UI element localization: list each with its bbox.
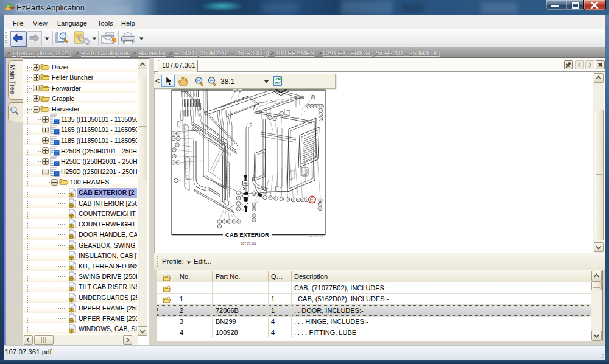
svg-text:LINE-W 01/21/18: LINE-W 01/21/18 xyxy=(308,236,323,238)
svg-text:107.07.361: 107.07.361 xyxy=(241,242,256,245)
svg-text:CAB EXTERIOR: CAB EXTERIOR xyxy=(225,231,269,238)
